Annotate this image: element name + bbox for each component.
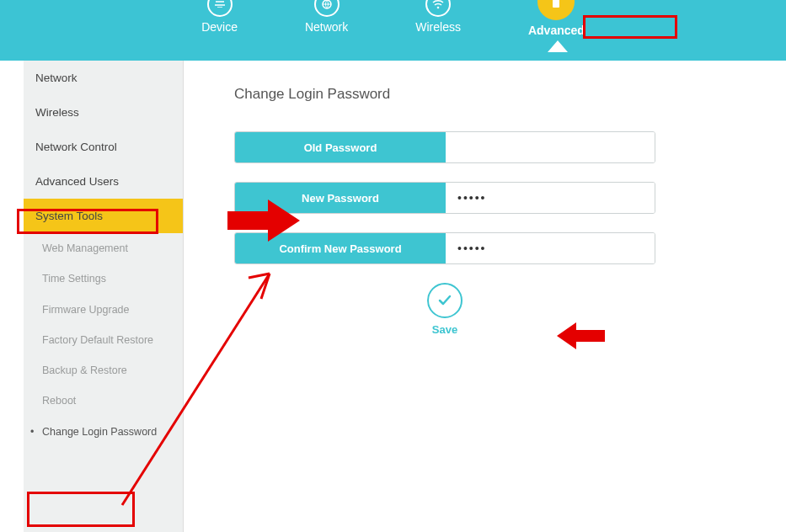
sidebar-item-system-tools[interactable]: System Tools [24, 199, 183, 233]
tab-label: Network [305, 20, 348, 34]
label-old-password: Old Password [235, 132, 446, 162]
svg-rect-2 [553, 0, 559, 8]
save-label: Save [432, 323, 457, 336]
sidebar-sub-factory-restore[interactable]: Factory Default Restore [24, 325, 183, 355]
main-content: Change Login Password Old Password New P… [184, 61, 786, 532]
save-control: Save [234, 283, 655, 336]
label-confirm-password: Confirm New Password [235, 233, 446, 263]
field-old-password: Old Password [234, 131, 655, 163]
svg-point-1 [437, 7, 440, 9]
sidebar: Network Wireless Network Control Advance… [24, 61, 184, 532]
tab-wireless[interactable]: Wireless [415, 0, 461, 34]
sidebar-sub-time-settings[interactable]: Time Settings [24, 263, 183, 294]
field-confirm-password: Confirm New Password [234, 232, 655, 264]
input-new-password[interactable] [446, 183, 655, 213]
wireless-icon [425, 0, 451, 17]
sidebar-item-network[interactable]: Network [24, 61, 183, 95]
tab-advanced[interactable]: Advanced [528, 0, 585, 37]
active-tab-indicator [548, 40, 568, 52]
annotation-highlight-advanced [583, 15, 677, 39]
sidebar-sub-change-login-password[interactable]: Change Login Password [24, 417, 183, 447]
label-new-password: New Password [235, 183, 446, 213]
sidebar-sub-firmware-upgrade[interactable]: Firmware Upgrade [24, 295, 183, 325]
save-button[interactable] [427, 283, 463, 318]
device-icon [207, 0, 233, 17]
page-title: Change Login Password [234, 86, 752, 103]
top-nav: Device Network Wireless Advanced [0, 0, 786, 61]
tab-label: Wireless [415, 20, 461, 34]
network-icon [314, 0, 340, 17]
tab-network[interactable]: Network [305, 0, 348, 34]
input-confirm-password[interactable] [446, 233, 655, 263]
tab-label: Device [201, 20, 238, 34]
input-old-password[interactable] [446, 132, 655, 162]
field-new-password: New Password [234, 182, 655, 214]
sidebar-sub-web-management[interactable]: Web Management [24, 233, 183, 263]
sidebar-item-advanced-users[interactable]: Advanced Users [24, 164, 183, 199]
sidebar-sub-backup-restore[interactable]: Backup & Restore [24, 355, 183, 386]
tab-device[interactable]: Device [201, 0, 238, 34]
sidebar-sub-reboot[interactable]: Reboot [24, 386, 183, 416]
sidebar-item-network-control[interactable]: Network Control [24, 130, 183, 164]
advanced-icon [537, 0, 575, 20]
tab-label: Advanced [528, 24, 585, 37]
sidebar-item-wireless[interactable]: Wireless [24, 95, 183, 130]
check-icon [436, 291, 454, 310]
